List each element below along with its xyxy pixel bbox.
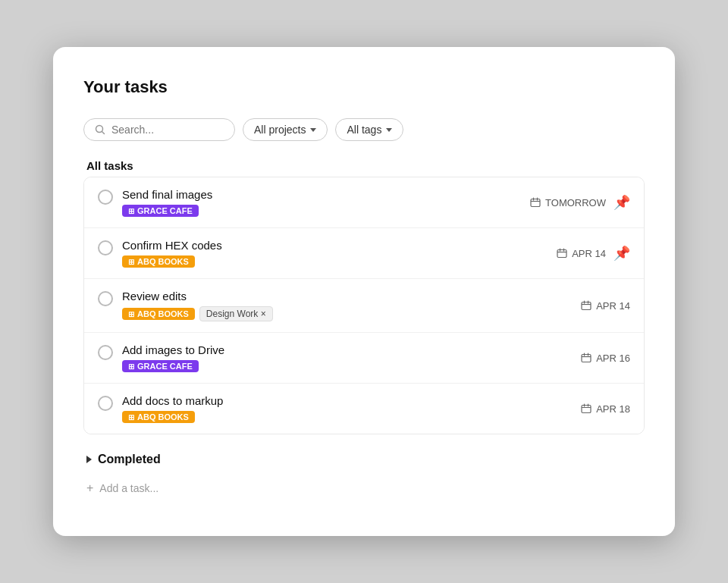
task-info: Confirm HEX codes ⊞ ABQ BOOKS [122,239,222,268]
chevron-down-icon [386,128,392,132]
project-tag[interactable]: ⊞ ABQ BOOKS [122,411,195,423]
task-right: APR 14 📌 [557,245,630,262]
search-icon [95,124,105,135]
tag-icon: ⊞ [128,413,134,422]
chevron-down-icon [310,128,316,132]
task-left: Send final images ⊞ GRACE CAFE [98,188,212,217]
task-date: APR 14 [557,248,606,259]
task-info: Add images to Drive ⊞ GRACE CAFE [122,343,224,372]
plus-icon: + [86,481,93,495]
task-item: Send final images ⊞ GRACE CAFE [84,177,644,228]
task-item: Add images to Drive ⊞ GRACE CAFE [84,333,644,384]
all-tasks-section-label: All tasks [83,159,645,172]
project-tag[interactable]: ⊞ ABQ BOOKS [122,255,195,268]
task-item: Confirm HEX codes ⊞ ABQ BOOKS [84,228,644,279]
task-left: Review edits ⊞ ABQ BOOKS Design Work × [98,290,273,321]
svg-rect-6 [557,250,566,258]
task-checkbox[interactable] [98,240,113,255]
all-projects-filter[interactable]: All projects [243,118,328,141]
task-right: APR 14 [581,300,630,312]
task-name: Confirm HEX codes [122,239,222,252]
extra-tag[interactable]: Design Work × [199,306,273,321]
date-text: APR 14 [596,300,630,312]
task-item: Review edits ⊞ ABQ BOOKS Design Work × [84,279,644,333]
task-info: Review edits ⊞ ABQ BOOKS Design Work × [122,290,273,321]
tag-row: ⊞ ABQ BOOKS [122,411,223,423]
svg-rect-14 [582,355,591,362]
chevron-right-icon [86,456,92,463]
main-window: Your tasks All projects All tags All tas… [53,47,675,536]
tag-icon: ⊞ [128,362,134,371]
calendar-icon [581,403,592,414]
svg-line-1 [102,132,105,134]
tag-row: ⊞ ABQ BOOKS Design Work × [122,306,273,321]
completed-label: Completed [98,453,161,466]
project-tag[interactable]: ⊞ GRACE CAFE [122,360,199,372]
task-left: Add images to Drive ⊞ GRACE CAFE [98,343,224,372]
page-title: Your tasks [83,77,645,97]
project-tag[interactable]: ⊞ GRACE CAFE [122,205,199,217]
calendar-icon [581,353,592,363]
task-checkbox[interactable] [98,345,113,360]
task-info: Add docs to markup ⊞ ABQ BOOKS [122,394,223,423]
svg-rect-10 [582,302,591,310]
toolbar: All projects All tags [83,118,645,141]
tag-row: ⊞ GRACE CAFE [122,205,212,217]
add-task-row[interactable]: + Add a task... [83,478,645,498]
task-right: APR 18 [581,403,630,415]
calendar-icon [557,248,567,259]
project-tag[interactable]: ⊞ ABQ BOOKS [122,308,195,320]
tag-icon: ⊞ [128,207,134,215]
search-input[interactable] [111,124,224,136]
task-left: Add docs to markup ⊞ ABQ BOOKS [98,394,223,423]
date-text: TOMORROW [545,197,606,208]
add-task-label: Add a task... [99,482,158,494]
task-date: APR 14 [581,300,630,312]
task-right: TOMORROW 📌 [530,194,630,211]
task-name: Send final images [122,188,212,201]
task-right: APR 16 [581,353,630,364]
task-checkbox[interactable] [98,190,113,205]
task-checkbox[interactable] [98,396,113,411]
pin-icon: 📌 [613,245,630,262]
task-item: Add docs to markup ⊞ ABQ BOOKS [84,384,644,434]
task-name: Add docs to markup [122,394,223,407]
all-tags-filter[interactable]: All tags [335,118,403,141]
date-text: APR 18 [596,403,630,415]
date-text: APR 14 [572,248,606,259]
task-name: Add images to Drive [122,343,224,356]
tag-row: ⊞ GRACE CAFE [122,360,224,372]
task-checkbox[interactable] [98,291,113,306]
tag-icon: ⊞ [128,310,134,318]
svg-rect-2 [531,199,540,207]
tag-icon: ⊞ [128,258,134,266]
date-text: APR 16 [596,353,630,364]
pin-icon: 📌 [613,194,630,211]
task-date: APR 18 [581,403,630,415]
task-date: TOMORROW [530,197,606,208]
task-left: Confirm HEX codes ⊞ ABQ BOOKS [98,239,222,268]
calendar-icon [581,300,592,311]
task-date: APR 16 [581,353,630,364]
svg-rect-18 [582,406,591,413]
completed-section-header[interactable]: Completed [83,450,645,469]
search-wrapper[interactable] [83,118,235,141]
calendar-icon [530,197,541,208]
task-name: Review edits [122,290,273,302]
tag-row: ⊞ ABQ BOOKS [122,255,222,268]
task-info: Send final images ⊞ GRACE CAFE [122,188,212,217]
task-list: Send final images ⊞ GRACE CAFE [83,177,645,434]
